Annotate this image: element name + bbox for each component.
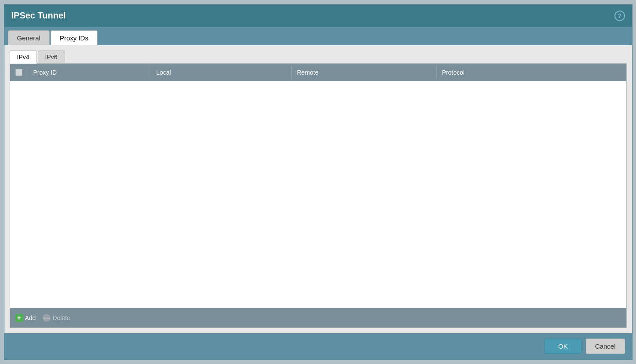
delete-button-label: Delete	[52, 314, 70, 321]
column-header-protocol: Protocol	[436, 65, 626, 79]
ok-button[interactable]: OK	[545, 339, 581, 354]
header-checkbox-cell	[10, 65, 28, 79]
table-body	[10, 81, 626, 308]
help-icon[interactable]: ?	[614, 11, 625, 21]
table-footer: + Add — Delete	[10, 308, 626, 328]
dialog-title: IPSec Tunnel	[11, 11, 66, 21]
column-header-remote: Remote	[291, 65, 436, 79]
dialog-header: IPSec Tunnel ?	[4, 5, 632, 27]
delete-icon: —	[43, 314, 51, 322]
tab-ipv6[interactable]: IPv6	[38, 50, 65, 64]
add-button-label: Add	[25, 314, 36, 321]
cancel-button[interactable]: Cancel	[586, 339, 625, 354]
inner-tabs: IPv4 IPv6	[10, 50, 627, 64]
table-header: Proxy ID Local Remote Protocol	[10, 64, 626, 81]
dialog-footer: OK Cancel	[4, 333, 632, 360]
select-all-checkbox[interactable]	[15, 69, 22, 76]
add-icon: +	[15, 314, 23, 322]
tab-proxy-ids[interactable]: Proxy IDs	[51, 30, 98, 45]
column-header-proxy-id: Proxy ID	[28, 65, 151, 79]
ipsec-tunnel-dialog: IPSec Tunnel ? General Proxy IDs IPv4 IP…	[4, 4, 632, 360]
proxy-id-table: Proxy ID Local Remote Protocol + Add — D…	[10, 63, 627, 328]
tab-general[interactable]: General	[8, 30, 50, 45]
add-button[interactable]: + Add	[15, 314, 36, 322]
tab-ipv4[interactable]: IPv4	[10, 50, 37, 64]
column-header-local: Local	[151, 65, 291, 79]
delete-button[interactable]: — Delete	[43, 314, 70, 322]
content-area: IPv4 IPv6 Proxy ID Local Remote Protocol…	[4, 45, 632, 333]
top-tabs: General Proxy IDs	[4, 27, 632, 45]
